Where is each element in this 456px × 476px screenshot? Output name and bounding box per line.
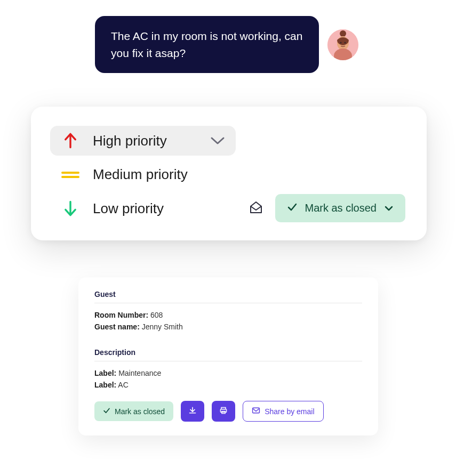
share-email-label: Share by email <box>265 407 314 416</box>
check-icon <box>103 407 110 416</box>
actions-row: Mark as closed <box>94 401 362 422</box>
svg-rect-9 <box>221 409 227 413</box>
mark-as-closed-button[interactable]: Mark as closed <box>94 401 173 421</box>
label-value: AC <box>118 381 128 389</box>
download-icon <box>188 406 197 416</box>
guest-name-label: Guest name: <box>94 322 140 331</box>
priority-option-medium[interactable]: Medium priority <box>50 160 405 189</box>
priority-option-high[interactable]: High priority <box>50 126 236 156</box>
divider <box>94 361 362 361</box>
chat-row: The AC in my room is not working, can yo… <box>95 16 358 73</box>
priority-label: Medium priority <box>93 166 395 183</box>
equals-icon <box>61 170 80 180</box>
check-icon <box>287 201 298 215</box>
download-button[interactable] <box>181 401 204 422</box>
svg-point-5 <box>345 42 346 43</box>
print-icon <box>219 406 228 416</box>
mark-as-closed-button[interactable]: Mark as closed <box>275 194 406 222</box>
room-number-value: 608 <box>150 311 163 319</box>
label-row: Label: Maintenance <box>94 369 362 377</box>
chevron-down-icon <box>210 133 225 149</box>
svg-point-4 <box>340 42 342 43</box>
label-row: Label: AC <box>94 381 362 389</box>
divider <box>94 303 362 303</box>
mark-closed-label: Mark as closed <box>305 202 377 214</box>
room-number-row: Room Number: 608 <box>94 311 362 319</box>
priority-label: High priority <box>93 133 197 149</box>
svg-point-1 <box>340 30 346 37</box>
priority-card: High priority Medium priority <box>31 107 427 240</box>
arrow-up-icon <box>61 132 80 149</box>
guest-name-row: Guest name: Jenny Smith <box>94 322 362 331</box>
details-card: Guest Room Number: 608 Guest name: Jenny… <box>78 277 378 435</box>
description-heading: Description <box>94 348 362 357</box>
chevron-down-icon <box>384 202 394 214</box>
room-number-label: Room Number: <box>94 311 148 319</box>
chat-message-text: The AC in my room is not working, can yo… <box>111 30 302 59</box>
label-key: Label: <box>94 381 116 389</box>
label-value: Maintenance <box>118 369 161 377</box>
arrow-down-icon <box>61 200 80 217</box>
mark-closed-label: Mark as closed <box>115 407 165 416</box>
guest-name-value: Jenny Smith <box>142 322 183 331</box>
envelope-open-icon[interactable] <box>249 200 263 217</box>
mail-icon <box>252 407 260 416</box>
guest-heading: Guest <box>94 290 362 298</box>
label-key: Label: <box>94 369 116 377</box>
guest-avatar <box>327 29 358 60</box>
svg-rect-11 <box>253 408 260 413</box>
mark-closed-row: Mark as closed <box>249 194 406 222</box>
print-button[interactable] <box>212 401 235 422</box>
share-by-email-button[interactable]: Share by email <box>243 401 323 422</box>
chat-bubble: The AC in my room is not working, can yo… <box>95 16 319 73</box>
